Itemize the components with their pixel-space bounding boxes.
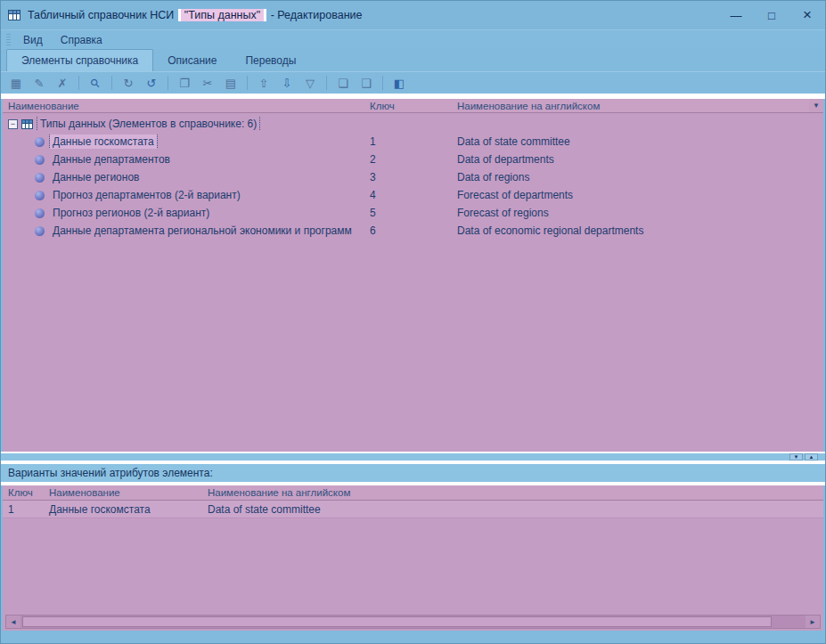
report-button[interactable]: ❏	[331, 73, 355, 93]
window-title-suffix: - Редактирование	[267, 9, 362, 21]
cut-icon: ✂	[203, 77, 213, 89]
table-row[interactable]: 1 Данные госкомстата Data of state commi…	[3, 501, 823, 518]
scroll-right-button[interactable]: ►	[806, 615, 820, 628]
attribute-values-table: Ключ Наименование Наименование на англий…	[3, 485, 823, 631]
expand-panel-button[interactable]: ▲	[805, 453, 818, 461]
minimize-button[interactable]: —	[718, 1, 754, 29]
table-row[interactable]: Данные регионов 3 Data of regions	[3, 168, 823, 186]
column-header-key[interactable]: Ключ	[364, 101, 452, 111]
menu-view[interactable]: Вид	[14, 32, 52, 48]
item-bullet-icon	[35, 173, 45, 183]
row-key: 1	[3, 503, 44, 516]
refresh-all-icon: ↺	[147, 77, 157, 89]
column-header-name[interactable]: Наименование	[44, 487, 202, 498]
scroll-left-button[interactable]: ◄	[6, 615, 20, 628]
table-row[interactable]: Данные департаментов 2 Data of departmen…	[3, 151, 823, 168]
copy-button[interactable]: ❐	[173, 73, 196, 93]
app-icon	[8, 10, 20, 20]
move-down-button[interactable]: ⇩	[275, 73, 299, 93]
table-row[interactable]: Прогноз регионов (2-й вариант) 5 Forecas…	[3, 204, 823, 222]
menu-help[interactable]: Справка	[52, 32, 111, 48]
tab-description[interactable]: Описание	[153, 50, 231, 71]
column-header-name[interactable]: Наименование	[3, 101, 364, 111]
row-name: Данные госкомстата	[50, 135, 157, 149]
search-button[interactable]: ⚲	[84, 73, 107, 93]
toolbar-separator	[78, 76, 79, 90]
panel-splitter[interactable]: ▼ ▲	[1, 452, 825, 461]
add-record-icon: ▦	[11, 77, 21, 89]
directory-icon	[21, 119, 33, 129]
paste-icon: ▤	[225, 77, 236, 89]
row-name: Данные департамента региональной экономи…	[50, 224, 355, 238]
tree-grid-header: Наименование Ключ Наименование на англий…	[3, 99, 823, 113]
row-name: Прогноз регионов (2-й вариант)	[50, 206, 212, 220]
refresh-all-button[interactable]: ↺	[140, 73, 163, 93]
item-bullet-icon	[35, 155, 45, 165]
bottom-table-header: Ключ Наименование Наименование на англий…	[3, 485, 823, 501]
clear-icon: ◧	[394, 77, 405, 89]
refresh-button[interactable]: ↻	[117, 73, 140, 93]
duplicate-icon: ❑	[361, 77, 372, 89]
toolbar-separator	[111, 76, 112, 90]
row-name-en: Forecast of departments	[452, 189, 823, 201]
table-row[interactable]: Данные департамента региональной экономи…	[3, 222, 823, 240]
window-title: Табличный справочник НСИ "Типы данных" -…	[28, 9, 718, 21]
tree-root-row[interactable]: − Типы данных (Элементов в справочнике: …	[3, 115, 823, 133]
toolbar-separator	[326, 76, 327, 90]
clear-button[interactable]: ◧	[388, 73, 411, 93]
maximize-button[interactable]: □	[754, 1, 789, 29]
filter-icon: ▽	[306, 77, 315, 89]
delete-record-button[interactable]: ✗	[51, 73, 74, 93]
move-up-button[interactable]: ⇧	[252, 73, 275, 93]
scrollbar-track[interactable]	[20, 615, 806, 628]
report-icon: ❏	[338, 77, 348, 89]
toolbar: ▦ ✎ ✗ ⚲ ↻ ↺ ❐ ✂ ▤ ⇧ ⇩ ▽ ❏ ❑ ◧	[1, 72, 825, 94]
toolbar-separator	[168, 76, 168, 90]
row-name-en: Data of state committee	[452, 135, 823, 148]
row-name-en: Data of regions	[452, 171, 823, 183]
move-up-icon: ⇧	[259, 77, 269, 89]
tab-elements[interactable]: Элементы справочника	[6, 49, 153, 71]
titlebar[interactable]: Табличный справочник НСИ "Типы данных" -…	[1, 1, 825, 29]
item-bullet-icon	[35, 191, 45, 200]
column-header-name-en[interactable]: Наименование на английском	[452, 101, 809, 111]
item-bullet-icon	[35, 208, 45, 218]
horizontal-scrollbar[interactable]: ◄ ►	[5, 615, 821, 629]
table-row[interactable]: Данные госкомстата 1 Data of state commi…	[3, 133, 823, 151]
tab-translations[interactable]: Переводы	[231, 50, 310, 71]
edit-record-button[interactable]: ✎	[28, 73, 51, 93]
item-bullet-icon	[35, 137, 45, 147]
scrollbar-thumb[interactable]	[22, 616, 772, 627]
collapse-panel-button[interactable]: ▼	[789, 453, 803, 461]
menubar: Вид Справка	[1, 29, 825, 49]
search-icon: ⚲	[88, 76, 102, 90]
add-record-button[interactable]: ▦	[4, 73, 28, 93]
row-key: 2	[364, 153, 452, 166]
cut-button[interactable]: ✂	[196, 73, 219, 93]
column-chooser-button[interactable]: ▼	[809, 99, 823, 112]
toolbar-separator	[382, 76, 383, 90]
move-down-icon: ⇩	[282, 77, 292, 89]
collapse-expander-icon[interactable]: −	[8, 119, 18, 129]
title-highlight: "Типы данных"	[178, 9, 266, 21]
close-button[interactable]: ×	[789, 1, 825, 29]
tabstrip: Элементы справочника Описание Переводы	[1, 49, 825, 72]
column-header-key[interactable]: Ключ	[3, 487, 44, 498]
row-name: Данные департаментов	[50, 152, 173, 167]
table-row[interactable]: Прогноз департаментов (2-й вариант) 4 Fo…	[3, 186, 823, 204]
window-controls: — □ ×	[718, 1, 825, 29]
duplicate-button[interactable]: ❑	[355, 73, 378, 93]
toolbar-separator	[247, 76, 248, 90]
row-key: 4	[364, 189, 452, 201]
filter-button[interactable]: ▽	[299, 73, 322, 93]
row-name: Данные регионов	[50, 170, 142, 184]
row-key: 6	[364, 224, 452, 237]
column-header-name-en[interactable]: Наименование на английском	[202, 487, 823, 498]
row-name-en: Data of state committee	[202, 503, 823, 516]
menu-grip	[6, 34, 11, 46]
window-title-prefix: Табличный справочник НСИ	[28, 9, 177, 21]
item-bullet-icon	[35, 226, 45, 236]
row-key: 5	[364, 207, 452, 219]
row-name-en: Data of economic regional departments	[452, 224, 823, 237]
paste-button[interactable]: ▤	[219, 73, 242, 93]
